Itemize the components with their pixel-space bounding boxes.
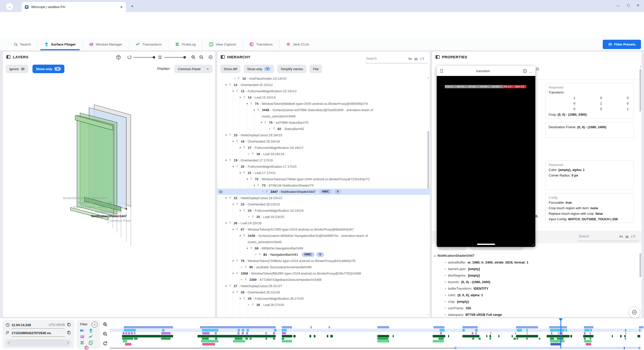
hierarchy-node-74[interactable]: ▾74- WindowToken{fdddbe6 type=2000 andro… <box>217 101 430 107</box>
hierarchy-node-30[interactable]: 30- Leaf:26:27#30 <box>217 302 430 308</box>
trace-entry-screen-recording[interactable] <box>549 326 567 328</box>
hierarchy-node-68[interactable]: ▾68- 885b63e NavigationBar0#68 <box>217 245 430 251</box>
hierarchy-node-80[interactable]: 80- ace6abb SecondaryHomeHandle0#80 <box>217 264 430 270</box>
trace-entry-window-manager[interactable] <box>515 332 516 334</box>
pin-icon[interactable] <box>258 251 263 256</box>
hierarchy-node-72[interactable]: ▾72- WindowToken{a2746de type=2040 andro… <box>217 176 430 182</box>
pin-icon[interactable] <box>244 277 249 281</box>
hierarchy-node-3369[interactable]: 3369- 67726bf EdgeBackGestureHandler0#33… <box>217 277 430 283</box>
pin-icon[interactable] <box>229 220 234 225</box>
layer-label-1[interactable]: ScreenDecorOverlayBottom#61 <box>12 196 107 200</box>
trace-entry-protolog[interactable] <box>202 338 209 340</box>
layers-3d-view[interactable]: ScreenDecorOverlayBottom#61ScreenDecorOv… <box>3 76 215 317</box>
trace-entry-window-manager[interactable] <box>475 332 477 334</box>
expand-arrow-icon[interactable]: ▾ <box>238 145 243 151</box>
minimap-selected-range[interactable] <box>454 347 640 349</box>
pin-icon[interactable] <box>229 82 234 86</box>
layer-label-6[interactable]: Common Panel <box>35 219 131 223</box>
hierarchy-button-simplify-names[interactable]: Simplify names <box>277 65 306 73</box>
trace-entry-transactions[interactable] <box>620 335 622 337</box>
collapse-panel-icon[interactable] <box>435 55 440 59</box>
trace-entry-window-manager[interactable] <box>590 332 591 334</box>
expand-arrow-icon[interactable]: ▾ <box>259 119 264 126</box>
pin-icon[interactable] <box>237 75 242 80</box>
expand-arrow-icon[interactable]: ▾ <box>252 107 257 113</box>
ignore-button[interactable]: Ignore <box>6 65 28 73</box>
trace-entry-protolog[interactable] <box>472 338 474 340</box>
trace-entry-screen-recording[interactable] <box>282 326 292 328</box>
trace-entry-surface-flinger[interactable] <box>282 329 287 332</box>
expand-arrow-icon[interactable]: ▾ <box>238 295 243 302</box>
trace-entry-surface-flinger[interactable] <box>517 329 522 332</box>
trace-entry-protolog[interactable] <box>377 338 388 340</box>
trace-entry-window-manager[interactable] <box>472 332 473 334</box>
zoom-in-icon[interactable] <box>191 55 196 60</box>
trace-entry-transactions[interactable] <box>197 335 276 337</box>
trace-entry-window-manager[interactable] <box>242 332 244 334</box>
trace-entry-transitions[interactable] <box>586 343 591 345</box>
hierarchy-button-show-diff[interactable]: Show diff <box>220 65 240 73</box>
timeline-cursor-handle[interactable] <box>559 318 563 321</box>
trace-entry-protolog[interactable] <box>245 338 248 340</box>
property-color[interactable]: color:(0, 0, 0), alpha: 1 <box>432 292 638 298</box>
layer-label-2[interactable]: ScreenDecorOverlay#60 <box>17 201 112 204</box>
expand-arrow-icon[interactable]: ▾ <box>231 88 236 94</box>
trace-entry-protolog[interactable] <box>265 338 267 340</box>
trace-entry-surface-flinger[interactable] <box>124 329 136 332</box>
hierarchy-node-26[interactable]: ▾26- Leaf:24:25#26 <box>217 220 430 226</box>
trace-entry-protolog[interactable] <box>122 338 133 340</box>
collapse-timeline-fab[interactable] <box>629 307 640 318</box>
trace-entry-protolog[interactable] <box>590 338 591 340</box>
trace-entry-transactions[interactable] <box>433 335 445 337</box>
hierarchy-node-29[interactable]: ▾29- FullscreenMagnification:26:27#29 <box>217 295 430 302</box>
trace-entry-surface-flinger[interactable] <box>162 329 165 332</box>
tab-search[interactable]: Search <box>7 38 37 50</box>
hierarchy-node-27[interactable]: ▾27- HideDisplayCutout:26:31#27 <box>217 283 430 289</box>
trace-entry-screen-recording[interactable] <box>462 326 478 328</box>
pin-icon[interactable] <box>251 214 256 218</box>
hierarchy-node-82[interactable]: 82- StatusBar#82 <box>217 126 430 132</box>
minimap-left-handle[interactable] <box>454 347 456 349</box>
pin-icon[interactable] <box>236 88 241 93</box>
expand-arrow-icon[interactable]: ▾ <box>224 283 229 289</box>
trace-entry-transactions[interactable] <box>314 335 315 337</box>
rotation-icon[interactable] <box>127 55 132 60</box>
info-icon[interactable] <box>523 69 527 73</box>
properties-scrollbar[interactable] <box>639 69 641 112</box>
drag-handle-icon[interactable] <box>440 68 443 73</box>
trace-entry-view-capture[interactable] <box>123 340 127 342</box>
trace-entry-screen-recording[interactable] <box>584 326 593 328</box>
hierarchy-node-19[interactable]: ▾19- OneHanded:17:17#19 <box>217 157 430 163</box>
hierarchy-node-3448[interactable]: ▾3448- Surface(name=ed70f88 StatusBar)/@… <box>217 107 430 119</box>
trace-entry-view-capture[interactable] <box>377 340 389 342</box>
pin-icon[interactable] <box>251 151 256 156</box>
trace-entry-window-manager[interactable] <box>246 332 248 334</box>
trace-entry-window-manager[interactable] <box>237 332 239 334</box>
hierarchy-button-flat[interactable]: Flat <box>309 65 322 73</box>
overlay-title-bar[interactable]: transition _ <box>437 66 535 76</box>
trace-entry-protolog[interactable] <box>550 338 554 340</box>
pin-icon[interactable] <box>257 107 262 112</box>
hierarchy-node-3449[interactable]: ▾3449- Surface(name=885b63e NavigationBa… <box>217 233 430 245</box>
hierarchy-node-18[interactable]: 18- Leaf:16:16#18 <box>217 151 430 157</box>
trace-entry-protolog[interactable] <box>134 338 138 340</box>
trace-entry-window-manager[interactable] <box>282 332 286 334</box>
trace-entry-transactions[interactable] <box>498 335 499 337</box>
hierarchy-node-81[interactable]: 81- NavigationBar0#81HWCV <box>217 251 430 258</box>
window-maximize-icon[interactable]: ▢ <box>627 3 630 7</box>
timeline-canvas[interactable] <box>0 318 644 350</box>
hierarchy-node-73[interactable]: ▾73- 8736138 NotificationShade#73 <box>217 182 430 189</box>
expand-arrow-icon[interactable]: ▾ <box>224 157 229 163</box>
hierarchy-node-22[interactable]: ▾22- HideDisplayCutout:18:23#22 <box>217 195 430 201</box>
expand-arrow-icon[interactable]: ▾ <box>245 245 250 251</box>
property-barrierLayer[interactable]: barrierLayer:[empty] <box>432 266 638 272</box>
trace-entry-view-capture[interactable] <box>282 340 292 342</box>
trace-entry-protolog[interactable] <box>513 338 516 340</box>
trace-entry-transactions[interactable] <box>612 335 613 337</box>
trace-entry-transactions[interactable] <box>327 335 328 337</box>
trace-entry-screen-recording[interactable] <box>200 326 276 328</box>
window-minimize-icon[interactable]: — <box>616 4 620 8</box>
transition-preview-window[interactable]: transition _ P: 0 / 1dX: 0.0dY: 0.0Xv: 0… <box>437 66 535 247</box>
hierarchy-node-79[interactable]: ▾79- WindowToken{7046b4a type=2024 andro… <box>217 258 430 264</box>
minimize-icon[interactable]: _ <box>530 69 532 73</box>
